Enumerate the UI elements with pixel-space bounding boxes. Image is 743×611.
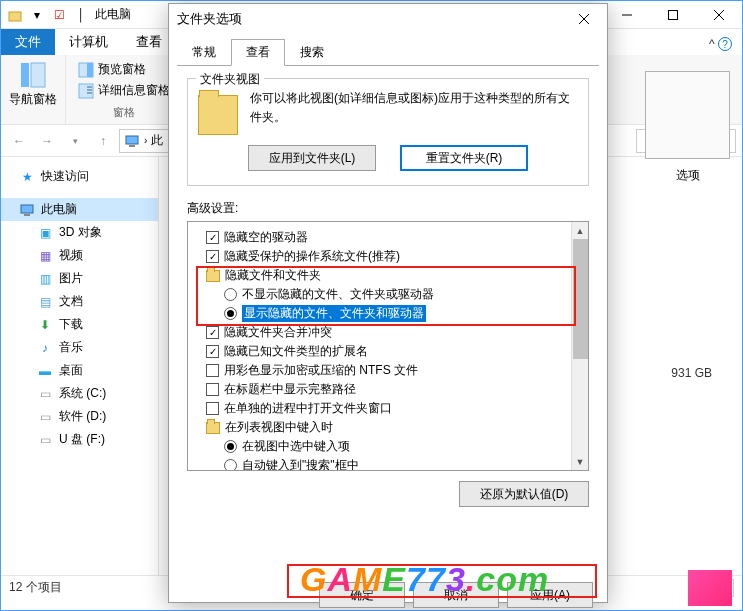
tab-general[interactable]: 常规 xyxy=(177,39,231,66)
cancel-button[interactable]: 取消 xyxy=(413,582,499,608)
cube-icon: ▣ xyxy=(37,225,53,241)
decorative-block xyxy=(688,570,732,606)
reset-folders-button[interactable]: 重置文件夹(R) xyxy=(400,145,528,171)
details-pane-button[interactable]: 详细信息窗格 xyxy=(74,80,174,101)
options-button-panel[interactable] xyxy=(645,71,730,159)
svg-rect-17 xyxy=(21,205,33,213)
tab-search[interactable]: 搜索 xyxy=(285,39,339,66)
svg-rect-13 xyxy=(126,136,138,144)
nav-pane-button[interactable] xyxy=(15,59,51,91)
nav-drive-d[interactable]: ▭软件 (D:) xyxy=(1,405,158,428)
dialog-title: 文件夹选项 xyxy=(177,10,242,28)
details-pane-icon xyxy=(78,83,94,99)
window-title: 此电脑 xyxy=(95,6,131,23)
nav-drive-f[interactable]: ▭U 盘 (F:) xyxy=(1,428,158,451)
checkbox[interactable] xyxy=(206,383,219,396)
advanced-settings-tree[interactable]: 隐藏空的驱动器 隐藏受保护的操作系统文件(推荐) 隐藏文件和文件夹 不显示隐藏的… xyxy=(187,221,589,471)
svg-rect-6 xyxy=(31,63,45,87)
tab-view[interactable]: 查看 xyxy=(231,39,285,66)
breadcrumb[interactable]: 此 xyxy=(151,132,163,149)
ribbon-tab-computer[interactable]: 计算机 xyxy=(55,29,122,55)
svg-rect-2 xyxy=(669,10,678,19)
back-button[interactable]: ← xyxy=(7,129,31,153)
preview-pane-icon xyxy=(78,62,94,78)
desktop-icon: ▬ xyxy=(37,363,53,379)
star-icon: ★ xyxy=(19,169,35,185)
nav-music[interactable]: ♪音乐 xyxy=(1,336,158,359)
nav-documents[interactable]: ▤文档 xyxy=(1,290,158,313)
document-icon: ▤ xyxy=(37,294,53,310)
radio[interactable] xyxy=(224,440,237,453)
selected-option[interactable]: 显示隐藏的文件、文件夹和驱动器 xyxy=(242,305,426,322)
nav-quick-access[interactable]: ★快速访问 xyxy=(1,165,158,188)
music-icon: ♪ xyxy=(37,340,53,356)
folder-view-desc: 你可以将此视图(如详细信息或图标)应用于这种类型的所有文件夹。 xyxy=(250,89,578,135)
pc-icon xyxy=(124,133,140,149)
close-button[interactable] xyxy=(696,1,742,29)
folder-options-dialog: 文件夹选项 常规 查看 搜索 文件夹视图 你可以将此视图(如详细信息或图标)应用… xyxy=(168,3,608,603)
nav-pictures[interactable]: ▥图片 xyxy=(1,267,158,290)
ok-button[interactable]: 确定 xyxy=(319,582,405,608)
checkbox[interactable] xyxy=(206,345,219,358)
checkbox[interactable] xyxy=(206,364,219,377)
restore-defaults-button[interactable]: 还原为默认值(D) xyxy=(459,481,589,507)
folder-view-group-title: 文件夹视图 xyxy=(196,71,264,88)
checkbox[interactable] xyxy=(206,250,219,263)
forward-button[interactable]: → xyxy=(35,129,59,153)
scroll-up-button[interactable]: ▲ xyxy=(572,222,588,239)
drive-icon: ▭ xyxy=(37,386,53,402)
advanced-settings-label: 高级设置: xyxy=(187,200,589,217)
dialog-tabs: 常规 查看 搜索 xyxy=(169,34,607,65)
check-icon[interactable]: ☑ xyxy=(51,7,67,23)
scroll-thumb[interactable] xyxy=(573,239,588,359)
usb-icon: ▭ xyxy=(37,432,53,448)
drive-icon: ▭ xyxy=(37,409,53,425)
svg-rect-18 xyxy=(24,214,30,216)
preview-pane-button[interactable]: 预览窗格 xyxy=(74,59,150,80)
checkbox[interactable] xyxy=(206,231,219,244)
folder-view-group: 文件夹视图 你可以将此视图(如详细信息或图标)应用于这种类型的所有文件夹。 应用… xyxy=(187,78,589,186)
nav-this-pc[interactable]: 此电脑 xyxy=(1,198,158,221)
folder-icon xyxy=(206,422,220,434)
nav-pane-icon xyxy=(19,61,47,89)
pc-icon xyxy=(19,202,35,218)
dialog-close-button[interactable] xyxy=(569,7,599,31)
scroll-down-button[interactable]: ▼ xyxy=(572,453,588,470)
preview-pane-label: 预览窗格 xyxy=(98,61,146,78)
dialog-titlebar: 文件夹选项 xyxy=(169,4,607,34)
radio[interactable] xyxy=(224,307,237,320)
nav-downloads[interactable]: ⬇下载 xyxy=(1,313,158,336)
ribbon-expand-icon[interactable]: ^ ? xyxy=(699,33,742,56)
drive-size: 931 GB xyxy=(671,366,712,380)
radio[interactable] xyxy=(224,459,237,471)
svg-rect-5 xyxy=(21,63,29,87)
folder-icon xyxy=(198,95,238,135)
item-count: 12 个项目 xyxy=(9,579,62,596)
checkbox[interactable] xyxy=(206,402,219,415)
minimize-button[interactable] xyxy=(604,1,650,29)
group-panes-label: 窗格 xyxy=(113,105,135,120)
apply-button[interactable]: 应用(A) xyxy=(507,582,593,608)
nav-pane-label: 导航窗格 xyxy=(9,91,57,108)
details-pane-label: 详细信息窗格 xyxy=(98,82,170,99)
download-icon: ⬇ xyxy=(37,317,53,333)
chevron-down-icon[interactable]: ▾ xyxy=(29,7,45,23)
nav-videos[interactable]: ▦视频 xyxy=(1,244,158,267)
nav-drive-c[interactable]: ▭系统 (C:) xyxy=(1,382,158,405)
nav-desktop[interactable]: ▬桌面 xyxy=(1,359,158,382)
checkbox[interactable] xyxy=(206,326,219,339)
picture-icon: ▥ xyxy=(37,271,53,287)
apply-to-folders-button[interactable]: 应用到文件夹(L) xyxy=(248,145,376,171)
chevron-down-icon[interactable]: ▾ xyxy=(63,129,87,153)
radio[interactable] xyxy=(224,288,237,301)
nav-3d-objects[interactable]: ▣3D 对象 xyxy=(1,221,158,244)
divider: │ xyxy=(73,7,89,23)
nav-pane: ★快速访问 此电脑 ▣3D 对象 ▦视频 ▥图片 ▤文档 ⬇下载 ♪音乐 ▬桌面… xyxy=(1,157,159,575)
maximize-button[interactable] xyxy=(650,1,696,29)
scrollbar[interactable]: ▲ ▼ xyxy=(571,222,588,470)
up-button[interactable]: ↑ xyxy=(91,129,115,153)
ribbon-tab-file[interactable]: 文件 xyxy=(1,29,55,55)
dialog-footer: 确定 取消 应用(A) xyxy=(169,575,607,611)
options-label[interactable]: 选项 xyxy=(645,167,730,184)
folder-icon xyxy=(7,7,23,23)
